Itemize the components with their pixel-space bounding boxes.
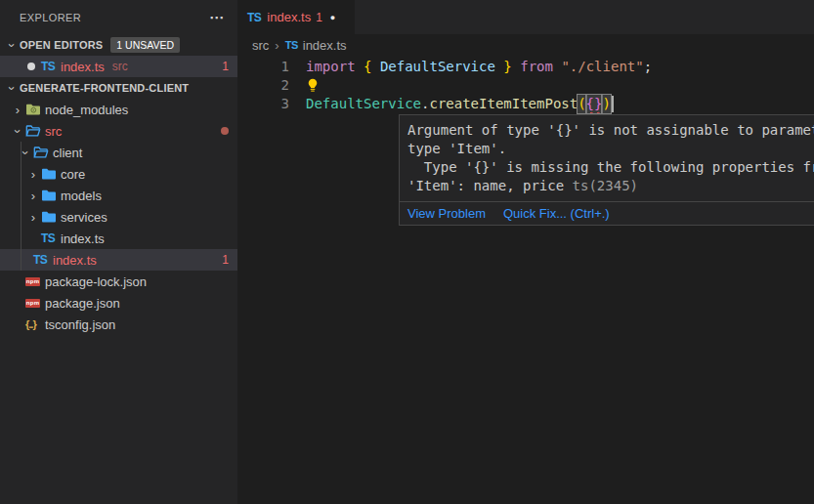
tree-item-package-lock-json[interactable]: npmpackage-lock.json [0,271,237,292]
node-modules-folder-icon [25,102,41,117]
error-message-line: type 'Item'. [407,140,814,158]
typescript-file-icon: TS [41,231,61,245]
code-token: . [421,95,429,113]
open-editors-label: OPEN EDITORS [20,39,103,51]
line-number: 3 [237,95,289,113]
tree-item-client[interactable]: ›client [0,142,237,163]
chevron-right-icon[interactable]: › [10,104,25,116]
code-token [495,58,503,76]
code-token [371,58,379,76]
tab-error-count: 1 [316,11,322,24]
explorer-title: EXPLORER [20,12,209,23]
code-token: ( [578,95,585,113]
chevron-right-icon[interactable]: › [25,189,41,202]
error-count-badge: 1 [222,253,229,267]
chevron-right-icon[interactable]: › [25,168,41,181]
more-actions-icon[interactable]: ⋯ [209,10,224,24]
lightbulb-icon[interactable] [306,78,320,93]
tab-file-name: index.ts [267,10,311,24]
npm-file-icon: npm [25,299,40,308]
tree-item-index-ts[interactable]: TSindex.ts [0,228,237,249]
breadcrumb: src › TS index.ts [237,34,814,56]
unsaved-count-badge: 1 UNSAVED [110,37,180,53]
error-count-badge: 1 [222,60,229,73]
line-number: 2 [237,76,289,95]
workspace-section-header[interactable]: › GENERATE-FRONTEND-CLIENT [0,77,237,99]
tree-item-label: src [45,124,62,139]
code-token: DefaultService [306,95,421,113]
code-line-3[interactable]: 3DefaultService.createItemItemPost({}) [237,95,814,113]
line-number: 1 [237,58,289,76]
error-hover-tooltip: Argument of type '{}' is not assignable … [399,114,814,226]
folder-icon [41,188,57,203]
code-line-2[interactable]: 2 [237,76,814,95]
indent-guide [21,142,21,271]
tree-item-services[interactable]: ›services [0,206,237,228]
chevron-right-icon[interactable]: › [25,211,41,224]
json-file-icon: {..} [25,318,36,330]
explorer-header: EXPLORER ⋯ [0,0,237,34]
folder-icon [41,209,57,225]
code-token: from [520,58,553,76]
code-token: ; [644,58,652,76]
code-token: import [306,58,356,76]
tree-item-label: node_modules [45,103,128,117]
breadcrumb-file[interactable]: index.ts [303,38,347,53]
error-dot-badge [221,127,229,135]
code-token: } [503,58,511,76]
tree-item-label: index.ts [61,231,105,246]
open-editor-file-name: index.ts [61,60,105,74]
typescript-file-icon: TS [285,39,298,51]
folder-open-icon [25,123,41,139]
open-editor-item-index-ts[interactable]: TS index.ts src 1 [0,56,237,77]
code-token [553,58,561,76]
text-cursor [612,96,614,112]
folder-open-icon [33,145,49,160]
chevron-down-icon[interactable]: › [12,123,24,139]
tree-item-node-modules[interactable]: ›node_modules [0,99,237,120]
tree-item-package-json[interactable]: npmpackage.json [0,292,237,314]
tree-item-core[interactable]: ›core [0,163,237,185]
tree-item-label: models [61,189,102,203]
modified-dot-icon [27,63,35,70]
error-message-line: 'Item': name, price ts(2345) [407,177,814,195]
tab-modified-dot-icon[interactable]: ● [330,13,335,22]
tree-item-label: tsconfig.json [45,317,115,332]
code-line-1[interactable]: 1import { DefaultService } from "./clien… [237,58,814,76]
code-token: { [364,58,371,76]
workspace-name: GENERATE-FRONTEND-CLIENT [20,82,189,94]
tree-item-label: index.ts [53,253,97,268]
code-token: {} [586,95,603,113]
code-area[interactable]: 1import { DefaultService } from "./clien… [237,56,814,113]
tree-item-src[interactable]: ›src [0,120,237,142]
chevron-down-icon: › [6,80,19,96]
breadcrumb-separator-icon: › [275,38,278,53]
tree-item-index-ts[interactable]: TSindex.ts1 [0,249,237,271]
tooltip-action-quick[interactable]: Quick Fix... (Ctrl+.) [503,206,610,221]
tree-item-tsconfig-json[interactable]: {..}tsconfig.json [0,314,237,335]
tree-item-models[interactable]: ›models [0,185,237,206]
typescript-file-icon: TS [33,253,53,267]
open-editor-file-path: src [112,60,128,73]
breadcrumb-folder[interactable]: src [252,38,269,53]
file-tree: ›node_modules›src›client›core›models›ser… [0,99,237,335]
code-token: "./client" [561,58,643,76]
typescript-file-icon: TS [247,11,261,24]
open-editors-section-header[interactable]: › OPEN EDITORS 1 UNSAVED [0,34,237,56]
code-token: DefaultService [380,58,495,76]
typescript-file-icon: TS [41,60,61,73]
folder-icon [41,166,57,182]
code-token [356,58,364,76]
tree-item-label: client [53,146,82,160]
error-message-line: Type '{}' is missing the following prope… [407,158,814,177]
code-token [512,58,520,76]
tab-index-ts[interactable]: TS index.ts 1 ● [237,0,355,34]
editor-group: TS index.ts 1 ● src › TS index.ts 1impor… [237,0,814,504]
chevron-down-icon: › [6,37,19,53]
tooltip-action-view[interactable]: View Problem [407,206,486,221]
tree-item-label: package.json [45,296,120,311]
vscode-window: EXPLORER ⋯ › OPEN EDITORS 1 UNSAVED TS i… [0,0,814,504]
tab-bar: TS index.ts 1 ● [237,0,814,34]
code-token: createItemItemPost [429,95,578,113]
error-code: ts(2345) [573,178,638,193]
